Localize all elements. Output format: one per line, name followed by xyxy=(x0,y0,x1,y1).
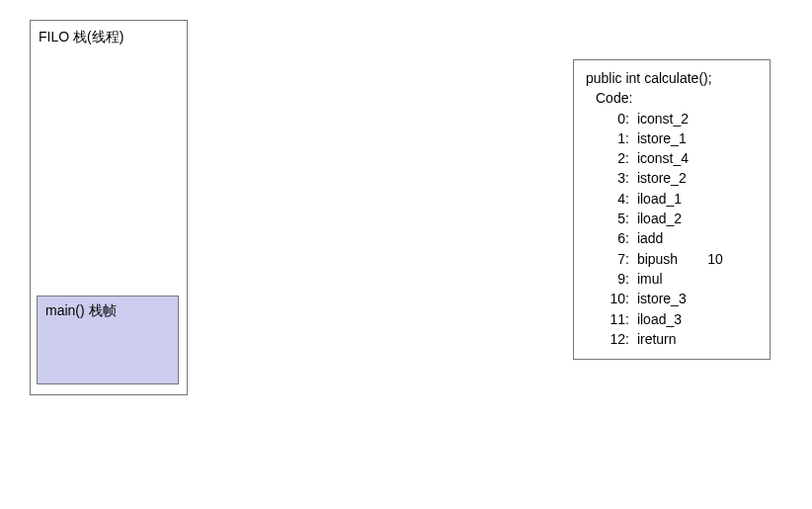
instruction-row: 0: iconst_2 xyxy=(586,109,760,128)
stack-frame-main: main() 栈帧 xyxy=(37,296,179,384)
instruction-index: 9: xyxy=(608,269,629,289)
instruction-index: 0: xyxy=(608,109,629,128)
instruction-opcode: istore_1 xyxy=(633,128,687,148)
method-signature: public int calculate(); xyxy=(586,68,760,88)
instruction-row: 9: imul xyxy=(586,269,760,289)
instruction-row: 5: iload_2 xyxy=(586,209,760,228)
instruction-index: 7: xyxy=(608,249,629,269)
instruction-row: 2: iconst_4 xyxy=(586,148,760,168)
instruction-row: 10: istore_3 xyxy=(586,289,760,308)
instruction-opcode: iload_3 xyxy=(633,309,682,329)
instruction-index: 12: xyxy=(608,329,629,349)
instruction-arg: 10 xyxy=(707,249,723,269)
instruction-opcode: iload_2 xyxy=(633,209,682,228)
instruction-row: 12: ireturn xyxy=(586,329,760,349)
instruction-row: 11: iload_3 xyxy=(586,309,760,329)
stack-title: FILO 栈(线程) xyxy=(39,29,123,46)
instruction-opcode: istore_3 xyxy=(633,289,687,308)
stack-frame-label: main() 栈帧 xyxy=(38,297,178,326)
instruction-row: 3: istore_2 xyxy=(586,168,760,188)
instruction-index: 4: xyxy=(608,189,629,209)
code-label: Code: xyxy=(586,88,760,108)
instruction-opcode: imul xyxy=(633,269,663,289)
instruction-opcode: bipush xyxy=(633,249,678,269)
instruction-index: 6: xyxy=(608,228,629,248)
instruction-opcode: istore_2 xyxy=(633,168,687,188)
instruction-row: 1: istore_1 xyxy=(586,128,760,148)
instruction-index: 10: xyxy=(608,289,629,308)
instruction-row: 7: bipush10 xyxy=(586,249,760,269)
instruction-index: 2: xyxy=(608,148,629,168)
instruction-row: 6: iadd xyxy=(586,228,760,248)
instruction-index: 1: xyxy=(608,128,629,148)
thread-stack-box: FILO 栈(线程) main() 栈帧 xyxy=(30,20,188,395)
instruction-opcode: iload_1 xyxy=(633,189,682,209)
instruction-row: 4: iload_1 xyxy=(586,189,760,209)
instruction-index: 3: xyxy=(608,168,629,188)
bytecode-box: public int calculate(); Code: 0: iconst_… xyxy=(573,59,771,360)
instruction-index: 11: xyxy=(608,309,629,329)
instruction-opcode: iadd xyxy=(633,228,663,248)
instruction-opcode: iconst_2 xyxy=(633,109,689,128)
instruction-index: 5: xyxy=(608,209,629,228)
instruction-opcode: ireturn xyxy=(633,329,677,349)
instruction-opcode: iconst_4 xyxy=(633,148,689,168)
instruction-list: 0: iconst_21: istore_12: iconst_43: isto… xyxy=(586,109,760,350)
